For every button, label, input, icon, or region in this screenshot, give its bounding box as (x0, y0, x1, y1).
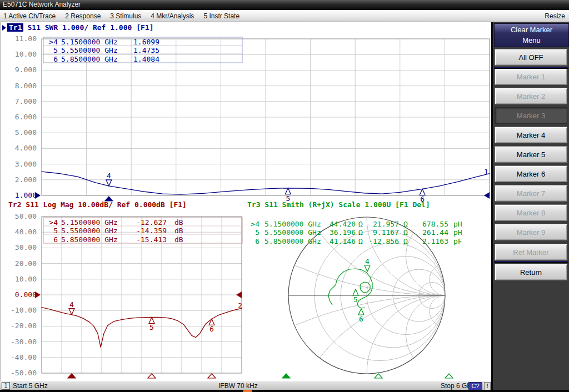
marker-readout-row: 55.5500000 GHz36.196Ω9.1167Ω261.44pH (246, 228, 462, 237)
marker-readout-row: 55.5500000 GHz-14.359dB (44, 227, 183, 235)
readout-cell: 2.1163 (411, 237, 448, 245)
tick-label: 10.00 (2, 275, 37, 283)
correction-badge: C? (468, 382, 482, 390)
readout-cell: pH (453, 228, 462, 237)
readout-cell: -12.856 (366, 237, 399, 245)
readout-cell: 5.8500000 GHz (61, 235, 133, 244)
tick-label: 10.00 (2, 50, 37, 58)
readout-cell: 5.5500000 GHz (61, 46, 133, 54)
active-trace-arrow-icon (2, 25, 6, 31)
softkey-marker-6[interactable]: Marker 6 (495, 165, 567, 182)
readout-cell: >4 (246, 220, 259, 228)
softkey-separator (494, 67, 568, 69)
tick-label: 4.000 (2, 144, 37, 152)
readout-cell: Ω (403, 237, 411, 245)
tick-label: -20.00 (2, 321, 37, 330)
readout-cell: 9.1167 (366, 228, 399, 237)
taskbar-glow (243, 390, 252, 392)
marker-readout-row: >45.1500000 GHz1.6099 (44, 38, 159, 46)
svg-text:5: 5 (149, 323, 154, 331)
marker-readout-row: 65.8500000 GHz-15.413dB (44, 235, 183, 244)
readout-cell: 36.196 (327, 228, 356, 237)
readout-cell: dB (174, 218, 183, 227)
trace1-chip: Tr1 (7, 23, 23, 32)
softkey-ref-marker: Ref Marker (495, 244, 567, 260)
trace1-header: Tr1 S11 SWR 1.000/ Ref 1.000 [F1] (2, 23, 153, 32)
readout-cell: 1.6099 (133, 38, 159, 46)
trace2-marker-readout: >45.1500000 GHz-12.627dB55.5500000 GHz-1… (44, 218, 183, 244)
tick-label: -30.00 (2, 338, 37, 346)
readout-cell: 1.4735 (133, 46, 159, 54)
readout-cell: 41.146 (327, 237, 356, 245)
readout-cell: dB (174, 227, 183, 235)
softkey-separator (494, 261, 568, 263)
readout-cell: >4 (44, 218, 58, 227)
marker-readout-row: 55.5500000 GHz1.4735 (44, 46, 159, 54)
tick-label: 11.00 (2, 34, 37, 43)
readout-cell: -14.359 (133, 227, 167, 235)
menu-item-5-instr-state[interactable]: 5 Instr State (200, 10, 246, 20)
readout-cell: pF (453, 237, 462, 245)
softkey-marker-4[interactable]: Marker 4 (495, 127, 567, 143)
svg-text:4: 4 (107, 172, 111, 180)
ifbw-indicator: IFBW 70 kHz (218, 382, 258, 390)
readout-cell: 5 (246, 228, 259, 237)
tick-label: 50.00 (2, 212, 37, 220)
window-left-edge (0, 22, 1, 381)
status-bar: 1 Start 5 GHz IFBW 70 kHz Stop 6 GHz C? … (0, 381, 491, 390)
menu-item-3-stimulus[interactable]: 3 Stimulus (107, 10, 147, 20)
tick-label: 30.00 (2, 243, 37, 252)
softkey-marker-3[interactable]: Marker 3 (495, 107, 567, 124)
svg-text:1: 1 (484, 168, 488, 176)
readout-cell: 44.420 (327, 220, 356, 228)
trace3-header: Tr3 S11 Smith (R+jX) Scale 1.000U [F1 De… (247, 200, 430, 209)
marker-readout-row: 65.8500000 GHz1.4084 (44, 55, 159, 63)
readout-cell: dB (174, 235, 183, 244)
window-title: E5071C Network Analyzer (3, 1, 81, 8)
readout-cell: 21.957 (366, 220, 399, 228)
resize-button[interactable]: Resize (545, 12, 565, 20)
readout-cell: 6 (246, 237, 259, 245)
readout-cell: 5.8500000 GHz (264, 237, 327, 245)
svg-text:5: 5 (353, 295, 358, 304)
menu-item-4-mkr-analysis[interactable]: 4 Mkr/Analysis (147, 10, 200, 20)
trace2-header: Tr2 S11 Log Mag 10.00dB/ Ref 0.000dB [F1… (8, 200, 187, 209)
tick-label: 0.000 (2, 290, 37, 299)
tick-label: 6.000 (2, 113, 37, 121)
readout-cell: -15.413 (133, 235, 167, 244)
softkey-marker-8: Marker 8 (495, 204, 567, 221)
menu-item-1-active-ch-trace[interactable]: 1 Active Ch/Trace (0, 10, 62, 20)
softkey-all-off[interactable]: All OFF (495, 49, 567, 66)
menu-bar: 1 Active Ch/Trace2 Response3 Stimulus4 M… (0, 10, 569, 22)
menu-items: 1 Active Ch/Trace2 Response3 Stimulus4 M… (0, 12, 246, 20)
title-bar[interactable]: E5071C Network Analyzer (0, 0, 569, 10)
menu-item-2-response[interactable]: 2 Response (62, 10, 107, 20)
readout-cell: 6 (44, 55, 58, 63)
readout-cell: >4 (44, 38, 58, 46)
start-frequency: Start 5 GHz (13, 382, 48, 390)
svg-text:6: 6 (359, 315, 363, 323)
tick-label: 2.000 (2, 175, 37, 184)
alert-badge: ! (484, 382, 491, 390)
tick-label: 8.000 (2, 82, 37, 90)
trace1-marker-readout: >45.1500000 GHz1.609955.5500000 GHz1.473… (44, 38, 159, 63)
readout-cell: 5.1500000 GHz (264, 220, 327, 228)
svg-text:4: 4 (69, 300, 74, 309)
softkey-marker-5[interactable]: Marker 5 (495, 146, 567, 163)
readout-cell: 5.1500000 GHz (61, 218, 133, 227)
trace3-marker-readout: >45.1500000 GHz44.420Ω21.957Ω678.55pH55.… (246, 220, 462, 245)
readout-cell: -12.627 (133, 218, 167, 227)
readout-cell: 5.1500000 GHz (61, 38, 133, 46)
tick-label: -40.00 (2, 353, 37, 361)
readout-cell: 5.5500000 GHz (61, 227, 133, 235)
readout-cell: Ω (403, 228, 411, 237)
softkey-return[interactable]: Return (495, 264, 567, 280)
readout-cell: Ω (358, 220, 366, 228)
tick-label: 20.00 (2, 259, 37, 268)
svg-text:2: 2 (238, 301, 242, 310)
tick-label: 40.00 (2, 228, 37, 236)
readout-cell: pH (453, 220, 462, 228)
marker-readout-row: 65.8500000 GHz41.146Ω-12.856Ω2.1163pF (246, 237, 462, 245)
readout-cell: 678.55 (411, 220, 448, 228)
svg-text:6: 6 (209, 325, 214, 333)
